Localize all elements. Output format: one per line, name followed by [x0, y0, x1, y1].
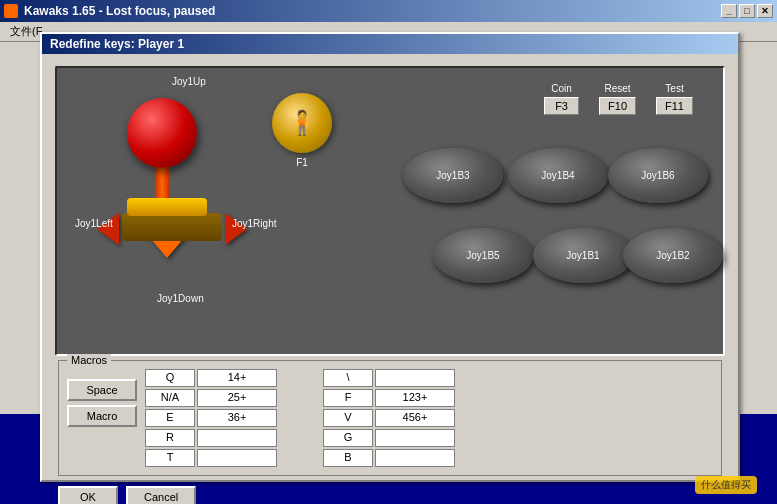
- joystick-container: [127, 98, 217, 278]
- top-keys-area: Coin F3 Reset F10 Test F11: [544, 83, 693, 115]
- test-label: Test: [656, 83, 693, 94]
- joy1up-label: Joy1Up: [172, 76, 206, 87]
- macro-val-v[interactable]: 456+: [375, 409, 455, 427]
- joy1left-label: Joy1Left: [75, 218, 113, 229]
- macros-inner: Space Macro Q 14+ N/A 25+ E 36+ R: [67, 369, 713, 467]
- macro-val-q[interactable]: 14+: [197, 369, 277, 387]
- macro-val-bs[interactable]: [375, 369, 455, 387]
- macro-key-f[interactable]: F: [323, 389, 373, 407]
- coin-key-group: Coin F3: [544, 83, 579, 115]
- macro-key-e[interactable]: E: [145, 409, 195, 427]
- joy1b1-button[interactable]: Joy1B1: [533, 228, 633, 283]
- coin-icon[interactable]: 🧍: [272, 93, 332, 153]
- test-key-group: Test F11: [656, 83, 693, 115]
- reset-label: Reset: [599, 83, 636, 94]
- joystick-base: [127, 198, 207, 216]
- dialog-title: Redefine keys: Player 1: [42, 34, 738, 54]
- joy1down-label: Joy1Down: [157, 293, 204, 304]
- macro-button[interactable]: Macro: [67, 405, 137, 427]
- joy1b3-button[interactable]: Joy1B3: [403, 148, 503, 203]
- macro-val-e[interactable]: 36+: [197, 409, 277, 427]
- f1-key-label: F1: [272, 157, 332, 168]
- joy1b6-button[interactable]: Joy1B6: [608, 148, 708, 203]
- maximize-button[interactable]: □: [739, 4, 755, 18]
- macro-key-q[interactable]: Q: [145, 369, 195, 387]
- reset-key-group: Reset F10: [599, 83, 636, 115]
- space-button[interactable]: Space: [67, 379, 137, 401]
- joystick-base-bottom: [122, 213, 222, 241]
- macro-val-b[interactable]: [375, 449, 455, 467]
- reset-key-button[interactable]: F10: [599, 97, 636, 115]
- joystick-ball: [127, 98, 197, 168]
- macro-val-f[interactable]: 123+: [375, 389, 455, 407]
- joy1b2-button[interactable]: Joy1B2: [623, 228, 723, 283]
- minimize-button[interactable]: _: [721, 4, 737, 18]
- macro-left-buttons: Space Macro: [67, 369, 137, 427]
- macro-val-r[interactable]: [197, 429, 277, 447]
- joystick-shaft: [155, 163, 169, 203]
- cancel-button[interactable]: Cancel: [126, 486, 196, 504]
- macro-left-grid: Q 14+ N/A 25+ E 36+ R T: [145, 369, 277, 467]
- char-figure-icon: 🧍: [287, 109, 317, 137]
- macro-key-t[interactable]: T: [145, 449, 195, 467]
- dialog-content: Joy1Up: [42, 54, 738, 504]
- title-bar-buttons: _ □ ✕: [721, 4, 773, 18]
- dialog: Redefine keys: Player 1 Joy1Up: [40, 32, 740, 482]
- macro-right-grid: \ F 123+ V 456+ G B: [323, 369, 455, 467]
- macro-val-g[interactable]: [375, 429, 455, 447]
- macro-key-na[interactable]: N/A: [145, 389, 195, 407]
- title-bar-text: Kawaks 1.65 - Lost focus, paused: [4, 4, 215, 18]
- watermark: 什么值得买: [695, 476, 757, 494]
- macros-section: Macros Space Macro Q 14+ N/A 25+: [58, 360, 722, 476]
- window-title: Kawaks 1.65 - Lost focus, paused: [24, 4, 215, 18]
- app-icon: [4, 4, 18, 18]
- character-icon-area: 🧍 F1: [272, 93, 332, 168]
- coin-key-button[interactable]: F3: [544, 97, 579, 115]
- game-panel: Joy1Up: [55, 66, 725, 356]
- macro-key-g[interactable]: G: [323, 429, 373, 447]
- macro-val-t[interactable]: [197, 449, 277, 467]
- macro-key-v[interactable]: V: [323, 409, 373, 427]
- joy1right-label: Joy1Right: [232, 218, 276, 229]
- macro-key-bs[interactable]: \: [323, 369, 373, 387]
- macros-legend: Macros: [67, 354, 111, 366]
- joy1b4-button[interactable]: Joy1B4: [508, 148, 608, 203]
- oval-buttons-area: Joy1B3 Joy1B4 Joy1B6 Joy1B5 Joy1B1: [403, 138, 703, 338]
- title-bar: Kawaks 1.65 - Lost focus, paused _ □ ✕: [0, 0, 777, 22]
- macro-grid-right: \ F 123+ V 456+ G B: [323, 369, 455, 467]
- coin-label: Coin: [544, 83, 579, 94]
- bottom-bar: OK Cancel: [50, 480, 730, 504]
- macro-val-na[interactable]: 25+: [197, 389, 277, 407]
- test-key-button[interactable]: F11: [656, 97, 693, 115]
- close-button[interactable]: ✕: [757, 4, 773, 18]
- macro-key-r[interactable]: R: [145, 429, 195, 447]
- ok-button[interactable]: OK: [58, 486, 118, 504]
- joy1b5-button[interactable]: Joy1B5: [433, 228, 533, 283]
- macro-grid-left: Q 14+ N/A 25+ E 36+ R T: [145, 369, 277, 467]
- macro-key-b[interactable]: B: [323, 449, 373, 467]
- main-window: Kawaks 1.65 - Lost focus, paused _ □ ✕ 文…: [0, 0, 777, 504]
